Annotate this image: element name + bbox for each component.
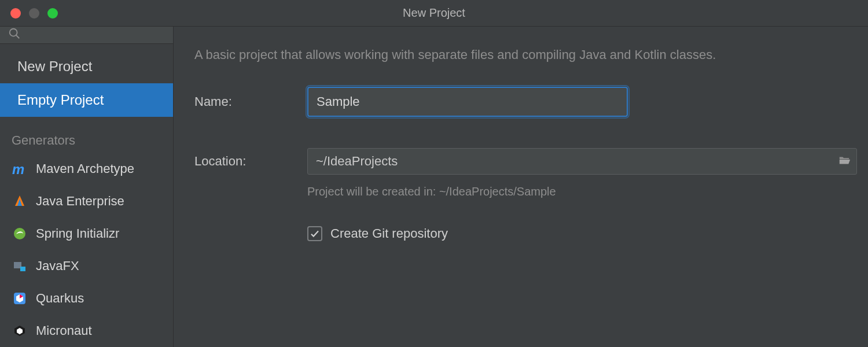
generator-maven-archetype[interactable]: m Maven Archetype [0,153,173,185]
svg-text:m: m [12,161,24,176]
svg-point-3 [14,228,25,239]
svg-line-1 [16,35,20,39]
name-label: Name: [194,94,307,109]
maximize-window-button[interactable] [47,8,58,19]
generator-quarkus[interactable]: Quarkus [0,282,173,315]
maven-icon: m [12,161,28,177]
generator-label: Java Enterprise [36,194,124,209]
generator-label: Spring Initializr [36,226,119,241]
create-git-repo-checkbox[interactable] [307,226,322,241]
search-icon [8,27,21,43]
svg-point-0 [10,29,17,36]
sidebar-search-input[interactable] [27,28,173,42]
sidebar-item-label: New Project [17,58,92,75]
sidebar-section-generators: Generators [0,117,173,153]
sidebar-item-label: Empty Project [17,92,104,108]
content-panel: A basic project that allows working with… [174,27,868,347]
generator-label: Quarkus [36,291,84,306]
project-name-input[interactable] [307,87,628,117]
sidebar: New Project Empty Project Generators m M… [0,27,174,347]
generator-java-enterprise[interactable]: Java Enterprise [0,185,173,217]
generator-label: JavaFX [36,259,79,274]
sidebar-search[interactable] [0,27,173,44]
sidebar-item-empty-project[interactable]: Empty Project [0,83,173,117]
location-field [307,148,857,175]
sidebar-item-new-project[interactable]: New Project [0,50,173,83]
generator-label: Maven Archetype [36,161,134,176]
window-title: New Project [0,6,868,20]
location-hint: Project will be created in: ~/IdeaProjec… [307,185,857,198]
project-type-description: A basic project that allows working with… [194,47,857,62]
titlebar: New Project [0,0,868,27]
generator-spring-initializr[interactable]: Spring Initializr [0,217,173,250]
javaee-icon [12,193,28,209]
close-window-button[interactable] [10,8,21,19]
create-git-repo-label: Create Git repository [330,226,448,241]
browse-location-button[interactable] [832,154,856,169]
window-controls [0,8,58,19]
minimize-window-button[interactable] [29,8,39,19]
spring-icon [12,226,28,242]
javafx-icon [12,258,28,274]
project-location-input[interactable] [308,154,832,169]
location-label: Location: [194,154,307,169]
svg-rect-4 [20,267,25,271]
generator-micronaut[interactable]: Micronaut [0,315,173,347]
generator-javafx[interactable]: JavaFX [0,250,173,282]
micronaut-icon [12,323,28,339]
folder-open-icon [838,154,851,169]
generator-label: Micronaut [36,323,92,338]
quarkus-icon [12,290,28,307]
